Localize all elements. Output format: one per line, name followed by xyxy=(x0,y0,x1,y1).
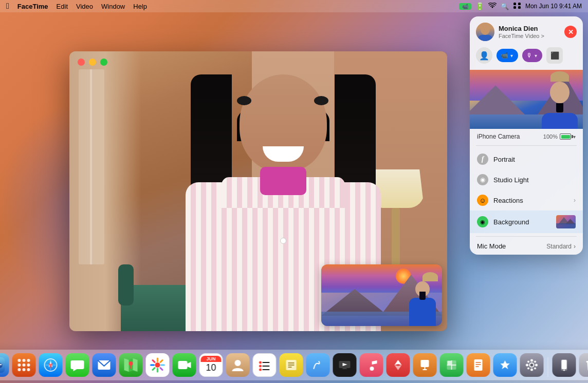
person-button[interactable]: 👤 xyxy=(476,47,492,64)
svg-line-35 xyxy=(153,368,155,370)
svg-rect-58 xyxy=(448,361,451,365)
panel-header: Monica Dien FaceTime Video > ✕ xyxy=(470,16,583,45)
video-button[interactable]: 📹 ▾ xyxy=(497,49,518,62)
caller-video-preview xyxy=(321,264,442,326)
svg-point-72 xyxy=(527,368,529,370)
dock-item-finder[interactable] xyxy=(0,353,9,377)
panel-controls-row: 👤 📹 ▾ 🎙 ▾ ⬛ xyxy=(470,45,583,70)
dock-item-calendar[interactable]: JUN 10 xyxy=(199,353,223,377)
close-button[interactable] xyxy=(78,59,85,66)
studio-light-menu-item[interactable]: ◉ Studio Light xyxy=(470,169,583,190)
dock-item-appletv[interactable] xyxy=(333,353,357,377)
svg-line-34 xyxy=(160,360,162,362)
dock-item-trash[interactable] xyxy=(579,353,589,377)
dock-item-music[interactable] xyxy=(360,353,383,377)
reactions-menu-item[interactable]: ☺ Reactions › xyxy=(470,190,583,210)
dock-item-safari[interactable] xyxy=(39,353,63,377)
dock-item-pages[interactable] xyxy=(467,353,490,377)
svg-rect-1 xyxy=(518,3,521,5)
facetime-window xyxy=(69,51,447,331)
camera-chevron: ▾ xyxy=(573,134,576,140)
background-item-left: ◉ Background xyxy=(477,216,529,227)
svg-rect-52 xyxy=(421,360,429,362)
dock-item-news[interactable] xyxy=(387,353,410,377)
reactions-item-left: ☺ Reactions xyxy=(477,195,523,206)
svg-rect-36 xyxy=(178,361,188,369)
svg-point-8 xyxy=(0,364,2,366)
camera-name: iPhone Camera xyxy=(477,133,520,140)
dock-item-messages[interactable] xyxy=(66,353,89,377)
turtleneck xyxy=(260,167,306,195)
portrait-menu-item[interactable]: f Portrait xyxy=(470,149,583,169)
mic-mode-value: Standard xyxy=(546,243,572,250)
dock-item-mail[interactable] xyxy=(93,353,116,377)
thumbnail-mountain xyxy=(556,215,576,228)
menubar-left:  FaceTime Edit Video Window Help xyxy=(6,2,147,11)
caller-details: Monica Dien FaceTime Video > xyxy=(499,25,544,39)
dock-item-numbers[interactable] xyxy=(440,353,464,377)
control-center-icon[interactable] xyxy=(513,2,521,11)
svg-point-17 xyxy=(27,368,30,371)
svg-point-13 xyxy=(23,363,26,367)
panel-close-button[interactable]: ✕ xyxy=(564,26,577,38)
dock-item-notes[interactable] xyxy=(280,353,303,377)
dock-item-maps[interactable] xyxy=(119,353,143,377)
dock-item-photos[interactable] xyxy=(146,353,170,377)
mic-mode-menu-item[interactable]: Mic Mode Standard › xyxy=(470,238,583,255)
video-chevron: ▾ xyxy=(510,53,513,59)
dock-item-freeform[interactable] xyxy=(306,353,330,377)
apple-menu[interactable]:  xyxy=(6,2,9,11)
svg-rect-74 xyxy=(562,360,567,369)
app-name-menu[interactable]: FaceTime xyxy=(17,3,48,10)
svg-point-75 xyxy=(563,370,565,371)
svg-point-16 xyxy=(23,368,26,371)
dock-item-launchpad[interactable] xyxy=(12,353,36,377)
dock-item-facetime[interactable] xyxy=(173,353,196,377)
screen-share-button[interactable]: ⬛ xyxy=(546,47,563,64)
svg-point-71 xyxy=(534,361,536,363)
wifi-icon xyxy=(488,3,497,10)
svg-point-69 xyxy=(527,361,529,363)
panel-preview-head xyxy=(550,82,569,103)
shirt-button xyxy=(280,238,286,244)
background-menu-item[interactable]: ◉ Background xyxy=(470,210,583,233)
dock-item-contacts[interactable] xyxy=(226,353,250,377)
caller-info-row: Monica Dien FaceTime Video > xyxy=(476,23,544,41)
dock-item-reminders[interactable] xyxy=(253,353,277,377)
dock-item-appstore[interactable] xyxy=(493,353,517,377)
svg-point-67 xyxy=(526,364,528,367)
camera-label-row: iPhone Camera 100% ▾ xyxy=(470,129,583,144)
svg-line-33 xyxy=(160,368,162,370)
help-menu[interactable]: Help xyxy=(133,3,147,10)
svg-point-38 xyxy=(235,360,241,366)
svg-point-12 xyxy=(18,363,21,367)
right-eye xyxy=(314,96,328,105)
dock-item-systemprefs[interactable] xyxy=(520,353,544,377)
battery-menubar-icon: 🔋 xyxy=(475,2,484,10)
camera-menu-items: f Portrait ◉ Studio Light ☺ Reactions › … xyxy=(470,147,583,235)
background-icon: ◉ xyxy=(477,216,488,227)
svg-point-15 xyxy=(18,368,21,371)
recording-indicator: 📹 xyxy=(459,3,471,10)
minimize-button[interactable] xyxy=(89,59,96,66)
search-menubar-icon[interactable]: 🔍 xyxy=(501,3,509,10)
facetime-video-bg xyxy=(69,51,447,331)
video-menu[interactable]: Video xyxy=(76,3,93,10)
svg-point-43 xyxy=(259,369,262,371)
video-icon: 📹 xyxy=(501,52,508,59)
clock: Mon Jun 10 9:41 AM xyxy=(525,3,582,10)
fullscreen-button[interactable] xyxy=(100,59,107,66)
reactions-label: Reactions xyxy=(493,197,523,204)
control-panel: Monica Dien FaceTime Video > ✕ 👤 📹 ▾ 🎙 ▾… xyxy=(470,16,583,255)
caller-avatar xyxy=(476,23,494,41)
mic-button[interactable]: 🎙 ▾ xyxy=(522,49,542,62)
window-menu[interactable]: Window xyxy=(101,3,125,10)
panel-preview-body xyxy=(542,113,578,129)
edit-menu[interactable]: Edit xyxy=(57,3,68,10)
reactions-icon: ☺ xyxy=(477,195,488,206)
traffic-lights xyxy=(78,59,107,66)
reactions-chevron: › xyxy=(574,197,576,204)
dock-item-iphone-mirroring[interactable] xyxy=(553,353,576,377)
calendar-day: 10 xyxy=(206,362,216,374)
dock-item-keynote[interactable] xyxy=(413,353,437,377)
